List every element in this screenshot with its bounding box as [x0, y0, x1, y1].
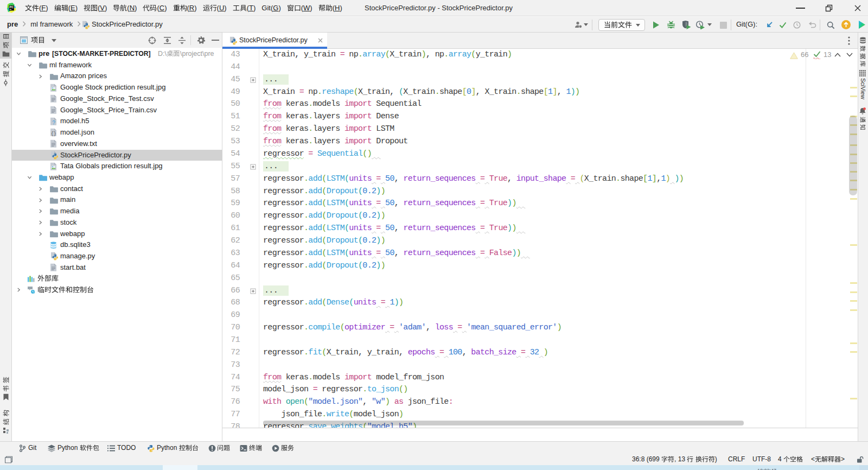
svg-text:PC: PC: [10, 5, 14, 9]
